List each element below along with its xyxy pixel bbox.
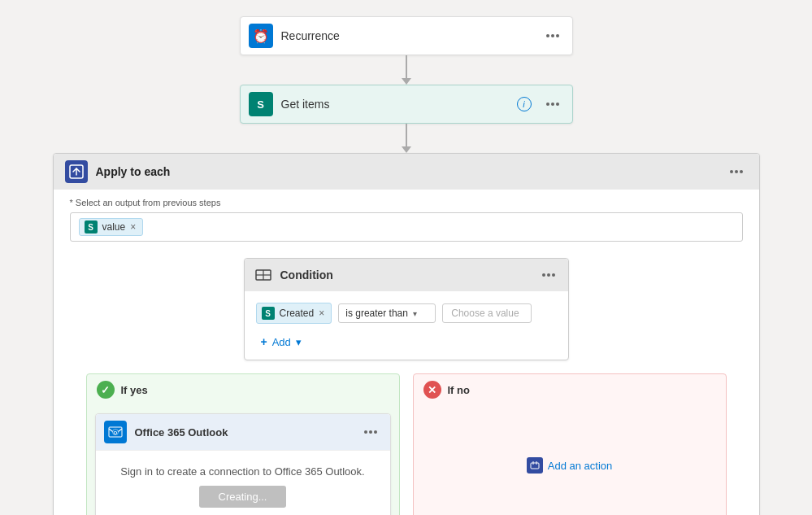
if-no-label: If no xyxy=(448,384,470,396)
condition-container: Condition S Created × is greater than xyxy=(244,258,569,360)
if-no-add-action-label: Add an action xyxy=(548,460,613,472)
condition-value-input[interactable]: Choose a value xyxy=(442,303,532,323)
apply-each-container: Apply to each * Select an output from pr… xyxy=(53,153,760,515)
add-condition-button[interactable]: + Add ▾ xyxy=(256,332,306,351)
outlook-more-button[interactable] xyxy=(359,427,382,437)
apply-each-more-button[interactable] xyxy=(725,167,748,177)
recurrence-icon: ⏰ xyxy=(249,24,273,48)
select-output-label: * Select an output from previous steps xyxy=(70,198,743,207)
created-tag-close[interactable]: × xyxy=(319,308,324,319)
operator-dropdown[interactable]: is greater than ▾ xyxy=(338,303,436,323)
condition-icon xyxy=(253,264,274,286)
condition-label: Condition xyxy=(280,268,537,282)
outlook-card: O Office 365 Outlook Sign in to create a… xyxy=(95,413,391,515)
if-no-add-action-button[interactable]: Add an action xyxy=(527,451,613,480)
creating-button: Creating... xyxy=(199,486,287,508)
condition-more-button[interactable] xyxy=(537,270,560,280)
if-no-add-action-icon xyxy=(527,457,543,474)
svg-text:O: O xyxy=(113,430,117,435)
created-tag: S Created × xyxy=(256,303,332,324)
condition-value-placeholder: Choose a value xyxy=(451,308,519,319)
created-tag-icon: S xyxy=(262,307,275,320)
operator-label: is greater than xyxy=(345,308,408,319)
value-tag-icon: S xyxy=(85,220,98,233)
branches-row: ✓ If yes xyxy=(70,360,743,515)
add-dropdown-arrow: ▾ xyxy=(296,336,302,348)
arrow-1 xyxy=(402,55,411,85)
value-tag-close[interactable]: × xyxy=(130,222,136,232)
get-items-step: S Get items i xyxy=(240,85,573,124)
add-icon: + xyxy=(261,335,267,348)
get-items-more-button[interactable] xyxy=(541,99,564,109)
recurrence-label: Recurrence xyxy=(281,29,541,42)
value-tag: S value × xyxy=(79,218,144,236)
recurrence-step: ⏰ Recurrence xyxy=(240,16,573,55)
get-items-icon: S xyxy=(249,92,273,116)
get-items-label: Get items xyxy=(281,98,517,111)
flow-canvas: ⏰ Recurrence S Get items i xyxy=(0,0,812,515)
condition-header: Condition xyxy=(245,259,568,291)
if-yes-content: O Office 365 Outlook Sign in to create a… xyxy=(87,405,399,515)
condition-body: S Created × is greater than ▾ Choose a v… xyxy=(245,291,568,360)
outlook-body: Sign in to create a connection to Office… xyxy=(96,451,390,515)
condition-row: S Created × is greater than ▾ Choose a v… xyxy=(256,303,557,324)
apply-each-body: * Select an output from previous steps S… xyxy=(54,190,759,515)
outlook-header: O Office 365 Outlook xyxy=(96,414,390,451)
yes-check-icon: ✓ xyxy=(97,381,115,399)
if-no-header: ✕ If no xyxy=(414,374,726,405)
recurrence-actions xyxy=(541,31,564,41)
value-tag-label: value xyxy=(102,221,126,233)
svg-rect-10 xyxy=(531,463,539,469)
if-no-content: Add an action xyxy=(414,405,726,483)
add-button-label: Add xyxy=(272,336,291,348)
apply-each-icon xyxy=(65,160,88,183)
outlook-icon: O xyxy=(104,421,127,443)
arrow-2 xyxy=(402,124,411,153)
outlook-sign-in-text: Sign in to create a connection to Office… xyxy=(107,465,379,478)
no-x-icon: ✕ xyxy=(423,381,441,399)
apply-each-header: Apply to each xyxy=(54,154,759,190)
value-input-row[interactable]: S value × xyxy=(70,212,743,242)
if-yes-header: ✓ If yes xyxy=(87,374,399,405)
if-yes-label: If yes xyxy=(121,384,148,396)
operator-dropdown-arrow: ▾ xyxy=(413,309,417,318)
recurrence-more-button[interactable] xyxy=(541,31,564,41)
apply-each-label: Apply to each xyxy=(96,165,725,178)
created-tag-label: Created xyxy=(280,308,315,319)
outlook-label: Office 365 Outlook xyxy=(135,426,359,439)
get-items-info-icon[interactable]: i xyxy=(517,97,532,111)
get-items-actions: i xyxy=(517,97,564,111)
if-yes-branch: ✓ If yes xyxy=(86,373,400,515)
if-no-branch: ✕ If no Add an act xyxy=(413,373,727,515)
